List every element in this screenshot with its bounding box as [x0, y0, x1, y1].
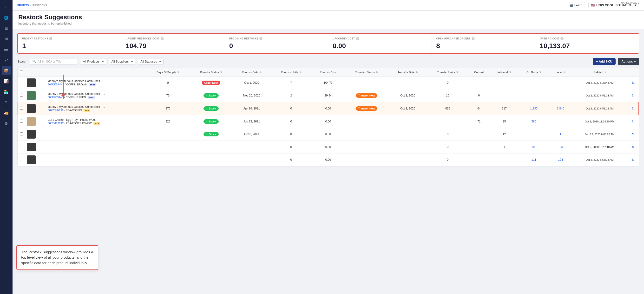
- transfer-units: 0: [427, 141, 468, 154]
- reorder-cost: 29.94: [311, 89, 345, 102]
- row-checkbox[interactable]: [20, 120, 23, 123]
- transfer-status: [345, 128, 388, 141]
- row-checkbox[interactable]: [20, 94, 23, 97]
- transfer-status-badge: Transfer Now: [356, 93, 378, 98]
- learn-button[interactable]: 📹 Learn: [567, 2, 585, 8]
- table-body: Manny's Mysterious Oddities Coffin Shelf…: [18, 76, 639, 166]
- breadcrumb-profits[interactable]: PROFITS: [17, 4, 29, 7]
- filter-statuses-select[interactable]: All Statuses: [138, 58, 164, 65]
- product-image: [27, 155, 36, 164]
- row-checkbox[interactable]: [20, 81, 23, 84]
- help-icon-open_po_cost[interactable]: ?: [560, 37, 564, 40]
- days-of-supply: 325: [146, 115, 190, 128]
- row-checkbox[interactable]: [20, 158, 23, 161]
- search-input[interactable]: 🔍 ASIN, SKU or Title: [30, 58, 78, 65]
- refresh-icon[interactable]: ↻: [632, 145, 634, 149]
- reorder-status: In Stock: [190, 128, 232, 141]
- inbound: [490, 154, 519, 166]
- sidebar-shop-icon[interactable]: 🏪: [2, 87, 11, 96]
- reorder-date: Oct 8, 2021: [232, 128, 271, 141]
- topbar-left: PROFITS / RESTOCKS: [17, 4, 47, 7]
- refresh-icon[interactable]: ↻: [632, 81, 634, 85]
- transfer-status: Transfer Now: [345, 102, 388, 115]
- reorder-units: 0: [271, 128, 311, 141]
- row-checkbox[interactable]: [20, 132, 23, 135]
- local: 1,840: [549, 102, 572, 115]
- sidebar-barchart-icon[interactable]: 📊: [2, 76, 11, 86]
- reorder-status-badge: In Stock: [204, 93, 219, 98]
- reorder-cost: 0.00: [311, 141, 345, 154]
- product-info: Manny's Mysterious Oddities Coffin Shelf…: [46, 89, 146, 102]
- days-of-supply: [146, 141, 190, 154]
- reorder-cost: 0.00: [311, 115, 345, 128]
- sidebar-settings-icon[interactable]: ⚙: [2, 119, 11, 128]
- row-checkbox[interactable]: [20, 145, 23, 148]
- sidebar-list-icon[interactable]: ≡: [2, 98, 11, 107]
- stat-value-upcoming_restocks: 0: [229, 42, 324, 50]
- local: [549, 76, 572, 89]
- filter-products-select[interactable]: All Products: [80, 58, 106, 65]
- select-all-checkbox[interactable]: [20, 70, 23, 73]
- stat-card-urgent_restocks: URGENT RESTOCKS ? 1: [18, 34, 122, 53]
- product-asin[interactable]: B07Z8HN212: [48, 109, 64, 112]
- transfer-date: Oct 1, 2020: [388, 89, 427, 102]
- topbar: PROFITS / RESTOCKS 📹 Learn 🇺🇸 HOW COOL I…: [12, 0, 644, 10]
- refresh-icon[interactable]: ↻: [632, 94, 634, 97]
- product-info: Manny's Mysterious Oddities Coffin Shelf…: [46, 102, 146, 115]
- product-asin[interactable]: B08DK7JNN7: [48, 83, 64, 86]
- sidebar-back-icon[interactable]: ←: [2, 2, 11, 11]
- on-order: [518, 128, 549, 141]
- sidebar-truck-icon[interactable]: 🚚: [2, 108, 11, 117]
- on-order: 1,830: [518, 102, 549, 115]
- updated: Oct 2, 2020 6:58:18 AM: [572, 154, 628, 166]
- updated: Oct 2, 2020 6:51:14 AM: [572, 89, 628, 102]
- transfer-status: Transfer Now: [345, 89, 388, 102]
- help-icon-urgent_restocks[interactable]: ?: [49, 37, 52, 40]
- stat-card-upcoming_restocks: UPCOMING RESTOCKS ? 0: [225, 34, 328, 53]
- refresh-icon[interactable]: ↻: [632, 132, 634, 136]
- current: [468, 128, 490, 141]
- sidebar-box-icon[interactable]: 📦: [2, 66, 11, 75]
- product-badge: FBA: [84, 109, 90, 112]
- sidebar-transfer-icon[interactable]: ⇄: [2, 55, 11, 64]
- product-badge: MFN: [89, 83, 96, 86]
- current: 71: [468, 115, 490, 128]
- stat-label-open_po_cost: OPEN PO COST ?: [540, 37, 634, 40]
- reorder-status: Order Now: [190, 76, 232, 89]
- sidebar-globe-icon[interactable]: 🌐: [2, 13, 11, 22]
- on-order: 100: [518, 141, 549, 154]
- product-image: [27, 130, 36, 139]
- transfer-units: 15: [427, 89, 468, 102]
- product-name: Manny's Mysterious Oddities Coffin Shelf…: [48, 92, 144, 95]
- refresh-icon[interactable]: ↻: [632, 120, 634, 123]
- refresh-icon[interactable]: ↻: [632, 107, 634, 110]
- stat-card-open_po_cost: OPEN PO COST ? 10,133.07: [536, 34, 639, 53]
- transfer-date: [388, 141, 427, 154]
- add-sku-button[interactable]: + Add SKU: [593, 58, 616, 65]
- current: [468, 154, 490, 166]
- on-order: [518, 76, 549, 89]
- sidebar-card-icon[interactable]: ▬: [2, 45, 11, 54]
- filter-suppliers-select[interactable]: All Suppliers: [108, 58, 135, 65]
- on-order: 111: [518, 154, 549, 166]
- sidebar-chart-icon[interactable]: ▦: [2, 23, 11, 33]
- help-icon-urgent_restocks_cost[interactable]: ?: [161, 37, 164, 40]
- sidebar-apps-icon[interactable]: ⊞: [2, 34, 11, 43]
- product-asin[interactable]: B082MTT2T2: [48, 122, 64, 125]
- help-icon-open_purchase_orders[interactable]: ?: [472, 37, 475, 40]
- actions-button[interactable]: Actions ▾: [618, 58, 639, 65]
- days-of-supply: [146, 128, 190, 141]
- days-of-supply: 276: [146, 102, 190, 115]
- row-checkbox[interactable]: [20, 107, 23, 110]
- refresh-icon[interactable]: ↻: [632, 158, 634, 162]
- product-asin[interactable]: B08F2D914B: [48, 96, 63, 99]
- main-panel: PROFITS / RESTOCKS 📹 Learn 🇺🇸 HOW COOL I…: [12, 0, 644, 294]
- page-subtitle: Inventory that needs to be replenished: [18, 22, 638, 25]
- sidebar: ← 🌐 ▦ ⊞ ▬ ⇄ 📦 📊 🏪 ≡ 🚚 ⚙: [0, 0, 12, 294]
- reorder-units: 0: [271, 141, 311, 154]
- products-table: Days Of Supply ⇅ Reorder Status ⇅ Reorde…: [18, 68, 639, 166]
- help-icon-upcoming_restocks[interactable]: ?: [260, 37, 262, 40]
- help-icon-upcoming_cost[interactable]: ?: [356, 37, 359, 40]
- reorder-status: In Stock: [190, 89, 232, 102]
- table-row: Manny's Mysterious Oddities Coffin Shelf…: [18, 102, 639, 115]
